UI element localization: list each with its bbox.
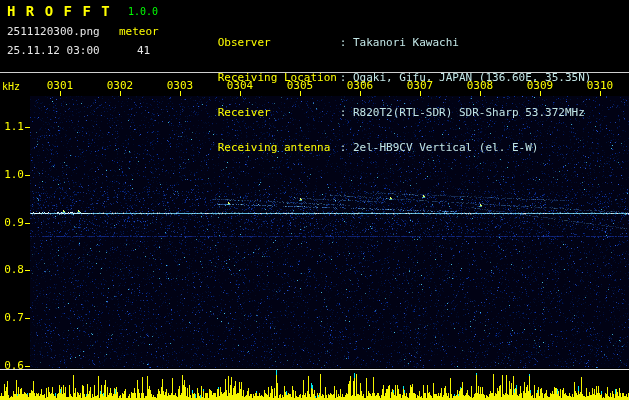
- info-label: Receiving antenna: [218, 142, 340, 153]
- app-title: H R O F F T: [7, 4, 111, 18]
- observation-datetime: 25.11.12 03:00: [7, 45, 100, 56]
- x-tick-label: 0302: [102, 80, 138, 91]
- x-tick-label: 0306: [342, 80, 378, 91]
- y-tick-label: 1.1: [0, 121, 24, 132]
- info-value: : 2el-HB9CV Vertical (el. E-W): [340, 141, 539, 154]
- x-tick-label: 0304: [222, 80, 258, 91]
- y-axis-unit: kHz: [2, 82, 20, 92]
- output-filename: 2511120300.png: [7, 26, 100, 37]
- app-version: 1.0.0: [128, 7, 158, 17]
- info-label: Observer: [218, 37, 340, 48]
- info-row-antenna: Receiving antenna: 2el-HB9CV Vertical (e…: [178, 131, 591, 144]
- info-row-receiver: Receiver: R820T2(RTL-SDR) SDR-Sharp 53.3…: [178, 96, 591, 109]
- hrofft-window: H R O F F T 1.0.0 2511120300.png meteor …: [0, 0, 629, 400]
- echo-count: 41: [137, 45, 150, 56]
- header-separator: [0, 72, 629, 73]
- info-label: Receiver: [218, 107, 340, 118]
- y-tick-label: 0.9: [0, 217, 24, 228]
- y-tick-label: 1.0: [0, 169, 24, 180]
- y-tick-label: 0.6: [0, 360, 24, 371]
- info-row-observer: Observer: Takanori Kawachi: [178, 26, 591, 39]
- x-tick-label: 0305: [282, 80, 318, 91]
- x-tick-label: 0303: [162, 80, 198, 91]
- x-tick-label: 0310: [582, 80, 618, 91]
- mode-label: meteor: [119, 26, 159, 37]
- x-tick-label: 0301: [42, 80, 78, 91]
- info-value: : Takanori Kawachi: [340, 36, 459, 49]
- x-tick-label: 0307: [402, 80, 438, 91]
- y-tick-label: 0.8: [0, 264, 24, 275]
- x-tick-label: 0308: [462, 80, 498, 91]
- info-value: : R820T2(RTL-SDR) SDR-Sharp 53.372MHz: [340, 106, 585, 119]
- y-tick-label: 0.7: [0, 312, 24, 323]
- x-tick-label: 0309: [522, 80, 558, 91]
